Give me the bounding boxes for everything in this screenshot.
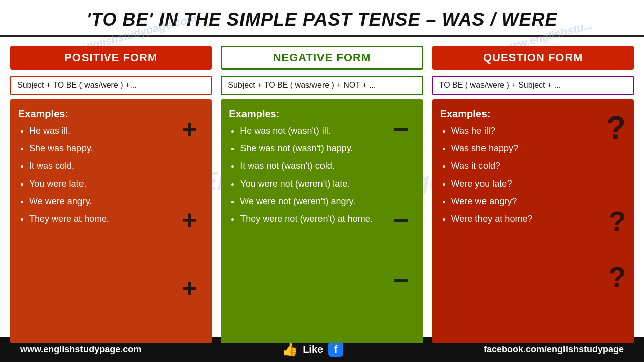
question-sign-1: ? — [606, 109, 626, 146]
minus-sign-3: − — [393, 264, 409, 296]
list-item: It was not (wasn't) cold. — [240, 161, 415, 171]
list-item: Was it cold? — [451, 161, 626, 171]
list-item: Was he ill? — [451, 126, 626, 136]
question-sign-2: ? — [609, 205, 626, 237]
positive-column: POSITIVE FORM Subject + TO BE ( was/were… — [10, 46, 212, 343]
list-item: He was ill. — [29, 126, 204, 136]
question-column: QUESTION FORM TO BE ( was/were ) + Subje… — [432, 46, 634, 343]
negative-examples-title: Examples: — [229, 108, 415, 120]
negative-form-label: NEGATIVE FORM — [221, 46, 423, 70]
negative-examples-box: − − − Examples: He was not (wasn't) ill.… — [221, 99, 423, 343]
plus-sign-1: + — [182, 114, 197, 144]
list-item: They were at home. — [29, 214, 204, 224]
negative-example-list: He was not (wasn't) ill. She was not (wa… — [229, 126, 415, 224]
list-item: It was cold. — [29, 161, 204, 171]
list-item: You were late. — [29, 178, 204, 189]
minus-sign-2: − — [393, 205, 409, 236]
question-form-label: QUESTION FORM — [432, 46, 634, 70]
main-content: POSITIVE FORM Subject + TO BE ( was/were… — [0, 37, 644, 348]
list-item: You were not (weren't) late. — [240, 178, 415, 189]
positive-examples-box: + + + Examples: He was ill. She was happ… — [10, 99, 212, 343]
list-item: We were not (weren't) angry. — [240, 196, 415, 207]
list-item: Was she happy? — [451, 143, 626, 154]
plus-sign-3: + — [182, 273, 197, 303]
negative-column: NEGATIVE FORM Subject + TO BE ( was/were… — [221, 46, 423, 343]
question-examples-title: Examples: — [440, 108, 626, 120]
list-item: She was happy. — [29, 143, 204, 154]
list-item: He was not (wasn't) ill. — [240, 126, 415, 136]
list-item: She was not (wasn't) happy. — [240, 143, 415, 154]
question-sign-3: ? — [609, 260, 626, 293]
list-item: Were you late? — [451, 178, 626, 189]
list-item: Were we angry? — [451, 196, 626, 207]
negative-formula: Subject + TO BE ( was/were ) + NOT + ... — [221, 76, 423, 95]
positive-example-list: He was ill. She was happy. It was cold. … — [18, 126, 204, 224]
list-item: We were angry. — [29, 196, 204, 207]
positive-examples-title: Examples: — [18, 108, 204, 120]
positive-form-label: POSITIVE FORM — [10, 46, 212, 70]
minus-sign-1: − — [393, 113, 409, 144]
page-title: 'TO BE' IN THE SIMPLE PAST TENSE – WAS /… — [0, 0, 644, 37]
list-item: They were not (weren't) at home. — [240, 214, 415, 224]
question-example-list: Was he ill? Was she happy? Was it cold? … — [440, 126, 626, 224]
positive-formula: Subject + TO BE ( was/were ) +... — [10, 76, 212, 95]
question-formula: TO BE ( was/were ) + Subject + ... — [432, 76, 634, 95]
question-examples-box: ? ? ? Examples: Was he ill? Was she happ… — [432, 99, 634, 343]
list-item: Were they at home? — [451, 214, 626, 224]
plus-sign-2: + — [182, 205, 197, 235]
